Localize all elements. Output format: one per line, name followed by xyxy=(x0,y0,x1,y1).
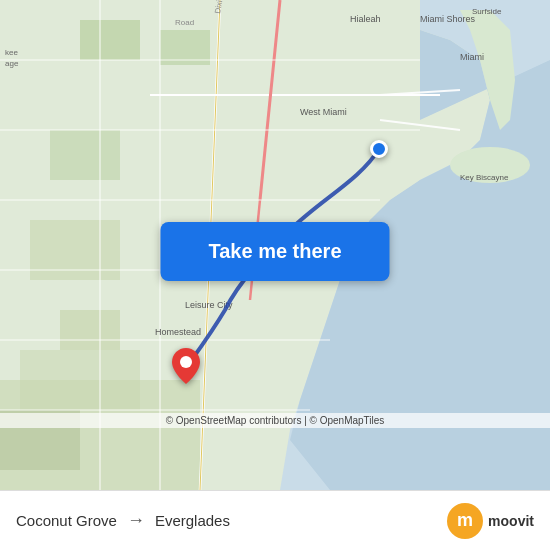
svg-text:Leisure City: Leisure City xyxy=(185,300,233,310)
route-from: Coconut Grove xyxy=(16,512,117,529)
svg-text:Road: Road xyxy=(175,18,194,27)
destination-marker xyxy=(172,348,200,388)
route-to: Everglades xyxy=(155,512,230,529)
take-me-there-button[interactable]: Take me there xyxy=(160,222,389,281)
svg-text:Key Biscayne: Key Biscayne xyxy=(460,173,509,182)
bottom-bar: Coconut Grove → Everglades m moovit xyxy=(0,490,550,550)
svg-rect-6 xyxy=(50,130,120,180)
route-arrow-icon: → xyxy=(127,510,145,531)
svg-text:Homestead: Homestead xyxy=(155,327,201,337)
origin-marker xyxy=(370,140,388,158)
moovit-icon: m xyxy=(447,503,483,539)
svg-text:Miami Shores: Miami Shores xyxy=(420,14,476,24)
svg-rect-4 xyxy=(80,20,140,60)
svg-text:Surfside: Surfside xyxy=(472,7,502,16)
map-attribution: © OpenStreetMap contributors | © OpenMap… xyxy=(0,413,550,428)
svg-text:Hialeah: Hialeah xyxy=(350,14,381,24)
moovit-text: moovit xyxy=(488,513,534,529)
map-container: Hialeah Miami Shores Miami West Miami Ke… xyxy=(0,0,550,490)
svg-text:kee: kee xyxy=(5,48,18,57)
svg-point-41 xyxy=(180,356,192,368)
svg-text:age: age xyxy=(5,59,19,68)
svg-rect-3 xyxy=(20,350,140,410)
svg-text:West Miami: West Miami xyxy=(300,107,347,117)
moovit-logo[interactable]: m moovit xyxy=(447,503,534,539)
svg-rect-8 xyxy=(60,310,120,350)
svg-text:Miami: Miami xyxy=(460,52,484,62)
route-info: Coconut Grove → Everglades xyxy=(16,510,230,531)
svg-rect-7 xyxy=(30,220,120,280)
